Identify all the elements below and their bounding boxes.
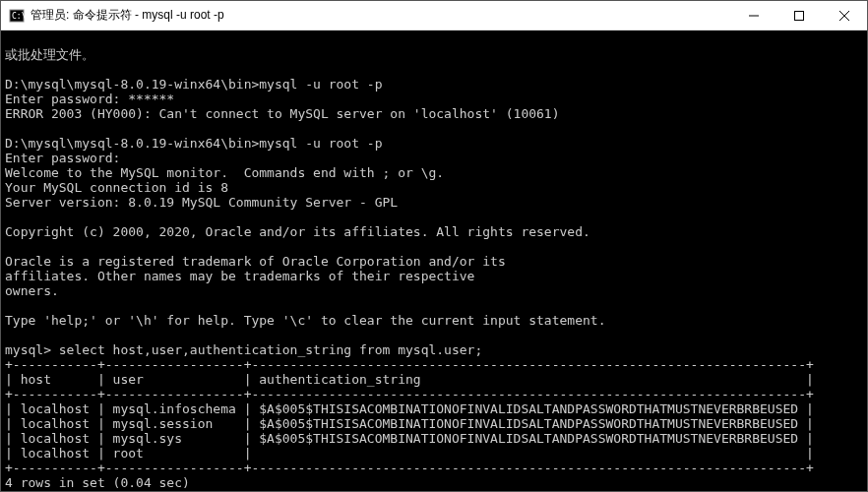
table-row: | localhost | mysql.infoschema | $A$005$… (5, 401, 814, 416)
window-frame: C:\ 管理员: 命令提示符 - mysql -u root -p 或批处理文件… (0, 0, 868, 492)
output-line: Your MySQL connection id is 8 (5, 180, 228, 195)
output-line: 4 rows in set (0.04 sec) (5, 475, 190, 490)
maximize-button[interactable] (776, 1, 822, 31)
output-line: Welcome to the MySQL monitor. Commands e… (5, 165, 444, 180)
table-row: | localhost | mysql.session | $A$005$THI… (5, 416, 814, 431)
table-row: | localhost | mysql.sys | $A$005$THISISA… (5, 431, 814, 446)
output-line: Oracle is a registered trademark of Orac… (5, 254, 506, 269)
table-border: +-----------+------------------+--------… (5, 357, 814, 372)
output-line: Server version: 8.0.19 MySQL Community S… (5, 195, 398, 210)
svg-text:C:\: C:\ (12, 12, 25, 21)
output-line: Type 'help;' or '\h' for help. Type '\c'… (5, 313, 605, 328)
close-button[interactable] (822, 1, 867, 31)
table-border: +-----------+------------------+--------… (5, 387, 814, 401)
minimize-button[interactable] (731, 1, 776, 31)
output-line: D:\mysql\mysql-8.0.19-winx64\bin>mysql -… (5, 136, 383, 151)
window-title: 管理员: 命令提示符 - mysql -u root -p (31, 7, 731, 24)
output-line: D:\mysql\mysql-8.0.19-winx64\bin>mysql -… (5, 77, 383, 92)
output-line: ERROR 2003 (HY000): Can't connect to MyS… (5, 106, 560, 121)
table-row: | localhost | root | | (5, 446, 814, 461)
output-line: Enter password: ****** (5, 92, 174, 106)
terminal-output[interactable]: 或批处理文件。 D:\mysql\mysql-8.0.19-winx64\bin… (1, 31, 867, 491)
cmd-icon: C:\ (9, 8, 25, 24)
output-line: 或批处理文件。 (5, 47, 94, 62)
output-line: owners. (5, 283, 59, 298)
output-line: Copyright (c) 2000, 2020, Oracle and/or … (5, 224, 590, 239)
titlebar[interactable]: C:\ 管理员: 命令提示符 - mysql -u root -p (1, 1, 867, 31)
table-border: +-----------+------------------+--------… (5, 461, 814, 475)
output-line: mysql> select host,user,authentication_s… (5, 342, 482, 357)
output-line: affiliates. Other names may be trademark… (5, 269, 474, 283)
svg-rect-3 (795, 11, 804, 20)
output-line: Enter password: (5, 151, 120, 165)
table-header: | host | user | authentication_string | (5, 372, 814, 387)
